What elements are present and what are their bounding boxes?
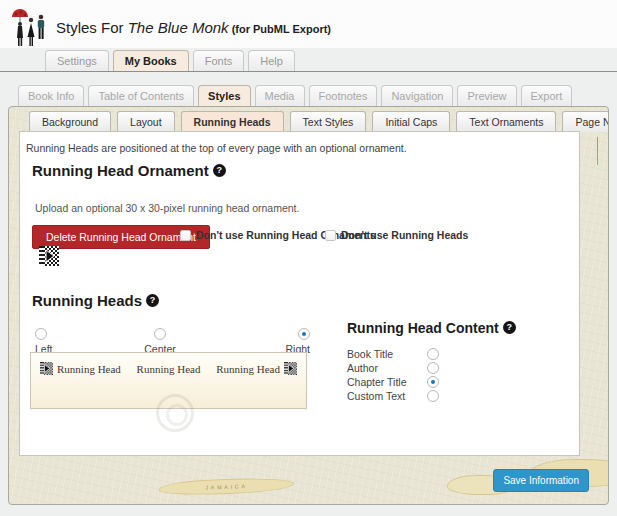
jazz-figures-logo <box>10 6 50 48</box>
preview-row: Running Head Running Head Running Head <box>31 353 306 375</box>
alignment-option-right[interactable]: Right <box>255 328 310 355</box>
ornament-section-heading: Running Head Ornament? <box>32 162 226 179</box>
checkbox-label: Don't use Running Heads <box>341 229 468 241</box>
option-label: Custom Text <box>347 390 405 402</box>
page-title: Styles For The Blue Monk (for PubML Expo… <box>56 19 331 36</box>
preview-right-group: Running Head <box>216 362 297 375</box>
radio-custom-text[interactable] <box>427 390 439 402</box>
tab-table-of-contents[interactable]: Table of Contents <box>88 85 194 106</box>
main-tab-bar: Settings My Books Fonts Help <box>0 49 617 72</box>
tab-help[interactable]: Help <box>248 50 295 71</box>
tab-my-books[interactable]: My Books <box>113 50 189 71</box>
tab-layout[interactable]: Layout <box>117 111 175 132</box>
tab-book-info[interactable]: Book Info <box>18 85 84 106</box>
watermark-circle <box>156 394 194 432</box>
tab-settings[interactable]: Settings <box>45 50 109 71</box>
tab-navigation[interactable]: Navigation <box>381 85 453 106</box>
title-suffix: (for PubML Export) <box>229 23 331 35</box>
content-option-custom-text[interactable]: Custom Text <box>347 390 439 402</box>
tab-fonts[interactable]: Fonts <box>193 50 245 71</box>
running-heads-heading: Running Heads? <box>32 292 159 309</box>
app-screen: Styles For The Blue Monk (for PubML Expo… <box>0 0 617 516</box>
tab-text-styles[interactable]: Text Styles <box>290 111 367 132</box>
radio-book-title[interactable] <box>427 348 439 360</box>
content-section-heading: Running Head Content? <box>347 320 516 336</box>
help-icon[interactable]: ? <box>213 164 226 177</box>
tab-running-heads[interactable]: Running Heads <box>181 111 284 132</box>
app-header: Styles For The Blue Monk (for PubML Expo… <box>0 0 617 48</box>
tab-export[interactable]: Export <box>521 85 573 106</box>
checkbox-box[interactable] <box>325 230 336 241</box>
tab-background[interactable]: Background <box>29 111 111 132</box>
tab-footnotes[interactable]: Footnotes <box>309 85 378 106</box>
save-information-button[interactable]: Save Information <box>493 469 589 492</box>
content-option-book-title[interactable]: Book Title <box>347 348 439 360</box>
checkbox-no-heads[interactable]: Don't use Running Heads <box>325 229 468 241</box>
map-red-graticule <box>597 137 598 165</box>
running-heads-panel: Running Heads are positioned at the top … <box>19 131 580 456</box>
preview-left-group: Running Head <box>40 362 121 375</box>
radio-right[interactable] <box>298 328 310 340</box>
title-prefix: Styles For <box>56 19 128 36</box>
content-option-author[interactable]: Author <box>347 362 439 374</box>
preview-right-text: Running Head <box>216 363 280 375</box>
ornament-icon <box>40 362 53 375</box>
running-head-ornament-image <box>39 246 59 266</box>
radio-author[interactable] <box>427 362 439 374</box>
map-background-panel: JAMAICA Background Layout Running Heads … <box>8 106 609 505</box>
ornament-heading-text: Running Head Ornament <box>32 162 209 179</box>
style-tab-bar: Background Layout Running Heads Text Sty… <box>29 113 609 132</box>
option-label: Book Title <box>347 348 393 360</box>
tab-media[interactable]: Media <box>255 85 305 106</box>
tab-preview[interactable]: Preview <box>457 85 516 106</box>
alignment-option-left[interactable]: Left <box>35 328 53 355</box>
map-island-label: JAMAICA <box>205 483 247 490</box>
tab-page-numbers[interactable]: Page Numbers <box>562 111 609 132</box>
upload-hint-text: Upload an optional 30 x 30-pixel running… <box>35 202 299 214</box>
map-island-jamaica: JAMAICA <box>159 477 294 497</box>
checkbox-box[interactable] <box>180 230 191 241</box>
radio-center[interactable] <box>154 328 166 340</box>
title-book-name: The Blue Monk <box>128 19 229 36</box>
content-heading-text: Running Head Content <box>347 320 499 336</box>
tab-initial-caps[interactable]: Initial Caps <box>372 111 450 132</box>
alignment-option-center[interactable]: Center <box>125 328 195 355</box>
preview-left-text: Running Head <box>57 363 121 375</box>
book-tab-bar: Book Info Table of Contents Styles Media… <box>0 82 617 106</box>
preview-center-text: Running Head <box>137 363 201 375</box>
tab-styles[interactable]: Styles <box>198 85 250 106</box>
content-option-chapter-title[interactable]: Chapter Title <box>347 376 439 388</box>
help-icon[interactable]: ? <box>146 294 159 307</box>
help-icon[interactable]: ? <box>503 321 516 334</box>
intro-text: Running Heads are positioned at the top … <box>26 142 407 154</box>
running-heads-heading-text: Running Heads <box>32 292 142 309</box>
radio-left[interactable] <box>35 328 47 340</box>
radio-chapter-title[interactable] <box>427 376 439 388</box>
option-label: Chapter Title <box>347 376 407 388</box>
ornament-icon <box>284 362 297 375</box>
tab-text-ornaments[interactable]: Text Ornaments <box>456 111 556 132</box>
option-label: Author <box>347 362 378 374</box>
